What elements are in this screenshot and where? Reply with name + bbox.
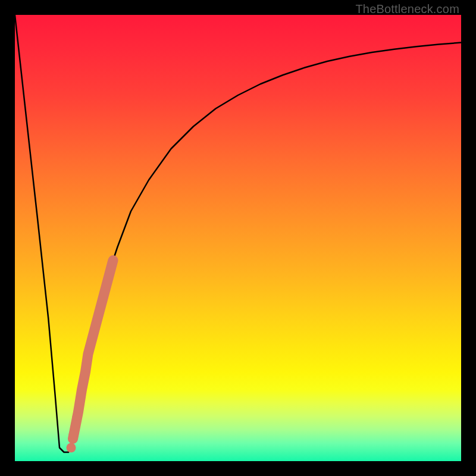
bottleneck-curve [15, 15, 461, 452]
marker-segment [73, 261, 114, 439]
curve-layer [15, 15, 461, 461]
marker-dot [67, 443, 76, 453]
attribution-text: TheBottleneck.com [355, 2, 459, 16]
chart-frame: TheBottleneck.com [0, 0, 476, 476]
plot-area [15, 15, 461, 461]
marker-dot [73, 412, 81, 421]
marker-dot [69, 430, 77, 439]
